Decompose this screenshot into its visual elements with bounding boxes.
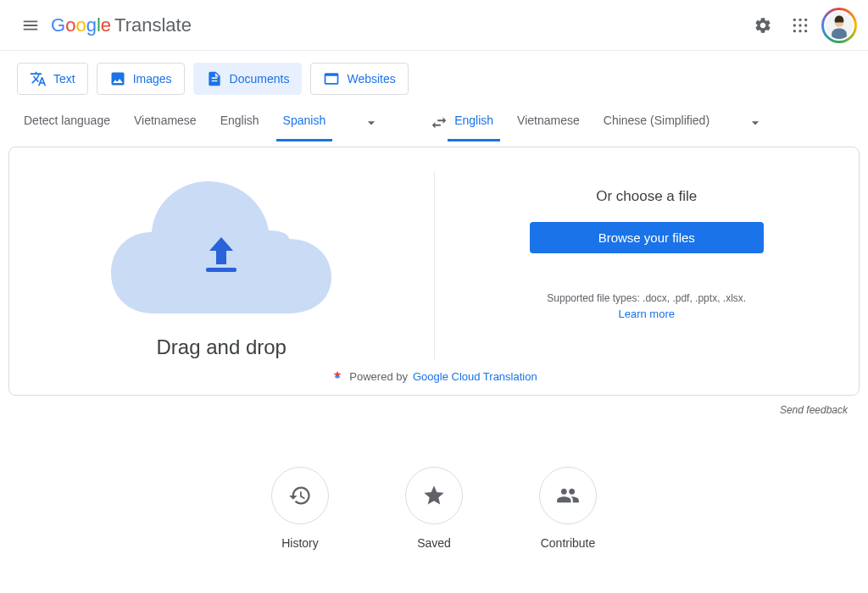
svg-point-1: [798, 18, 801, 20]
svg-point-3: [793, 24, 796, 26]
tab-images-label: Images: [133, 72, 172, 86]
document-upload-panel: Drag and drop Or choose a file Browse yo…: [8, 147, 860, 396]
svg-point-11: [336, 375, 339, 379]
website-icon: [323, 70, 340, 87]
source-lang-more-button[interactable]: [356, 108, 387, 138]
document-icon: [206, 70, 223, 87]
avatar-image: [824, 10, 854, 41]
star-icon: [422, 484, 446, 507]
image-icon: [109, 70, 126, 87]
browse-section: Or choose a file Browse your files Suppo…: [435, 171, 860, 359]
settings-button[interactable]: [746, 8, 780, 42]
target-lang-option-3[interactable]: Chinese (Simplified): [597, 103, 716, 141]
tab-text[interactable]: Text: [17, 63, 88, 95]
source-lang-option-1[interactable]: Vietnamese: [127, 103, 203, 141]
send-feedback-link[interactable]: Send feedback: [0, 404, 848, 416]
upload-illustration: [103, 171, 340, 315]
history-label: History: [281, 536, 319, 550]
google-cloud-icon: [331, 369, 344, 383]
bottom-actions: History Saved Contribute: [0, 467, 868, 550]
source-lang-option-3[interactable]: Spanish: [276, 103, 333, 141]
google-wordmark: Google: [51, 14, 111, 36]
svg-point-0: [793, 18, 796, 20]
contribute-label: Contribute: [541, 536, 596, 550]
powered-by-row: Powered by Google Cloud Translation: [9, 369, 859, 383]
svg-point-5: [804, 24, 807, 26]
people-icon: [556, 484, 580, 507]
product-name: Translate: [114, 14, 192, 36]
svg-rect-10: [206, 268, 236, 272]
gear-icon: [754, 16, 772, 35]
chevron-down-icon: [747, 114, 764, 131]
svg-point-8: [804, 30, 807, 32]
target-language-group: English Vietnamese Chinese (Simplified): [448, 103, 771, 141]
drag-drop-label: Drag and drop: [157, 335, 287, 359]
target-lang-option-2[interactable]: Vietnamese: [510, 103, 587, 141]
mode-tabs: Text Images Documents Websites: [0, 51, 868, 103]
main-menu-button[interactable]: [14, 8, 47, 42]
source-lang-option-2[interactable]: English: [214, 103, 266, 141]
tab-text-label: Text: [53, 72, 75, 86]
tab-websites[interactable]: Websites: [310, 63, 408, 95]
history-icon: [288, 484, 312, 507]
saved-label: Saved: [417, 536, 451, 550]
apps-grid-icon: [792, 17, 809, 34]
contribute-button[interactable]: Contribute: [539, 467, 597, 550]
supported-types-label: Supported file types: .docx, .pdf, .pptx…: [547, 292, 746, 304]
svg-point-4: [798, 24, 801, 26]
apps-button[interactable]: [783, 8, 817, 42]
app-logo[interactable]: Google Translate: [51, 14, 192, 36]
app-header: Google Translate: [0, 0, 868, 51]
translate-text-icon: [30, 70, 47, 87]
powered-prefix: Powered by: [349, 370, 408, 383]
svg-point-2: [804, 18, 807, 20]
swap-languages-button[interactable]: [422, 106, 456, 140]
choose-file-label: Or choose a file: [596, 188, 697, 205]
svg-point-7: [798, 30, 801, 32]
swap-icon: [430, 114, 448, 132]
history-button[interactable]: History: [271, 467, 329, 550]
target-lang-more-button[interactable]: [740, 108, 771, 138]
language-selector-row: Detect language Vietnamese English Spani…: [0, 103, 868, 141]
browse-files-button[interactable]: Browse your files: [530, 222, 764, 253]
hamburger-icon: [21, 16, 40, 35]
drop-zone[interactable]: Drag and drop: [9, 171, 435, 359]
tab-documents[interactable]: Documents: [193, 63, 303, 95]
powered-by-link[interactable]: Google Cloud Translation: [413, 370, 537, 383]
chevron-down-icon: [363, 114, 380, 131]
saved-button[interactable]: Saved: [405, 467, 463, 550]
source-lang-detect[interactable]: Detect language: [17, 103, 117, 141]
tab-websites-label: Websites: [347, 72, 395, 86]
tab-documents-label: Documents: [230, 72, 290, 86]
account-avatar[interactable]: [824, 10, 854, 41]
svg-point-6: [793, 30, 796, 32]
tab-images[interactable]: Images: [97, 63, 185, 95]
learn-more-link[interactable]: Learn more: [619, 308, 675, 320]
source-language-group: Detect language Vietnamese English Spani…: [17, 103, 387, 141]
